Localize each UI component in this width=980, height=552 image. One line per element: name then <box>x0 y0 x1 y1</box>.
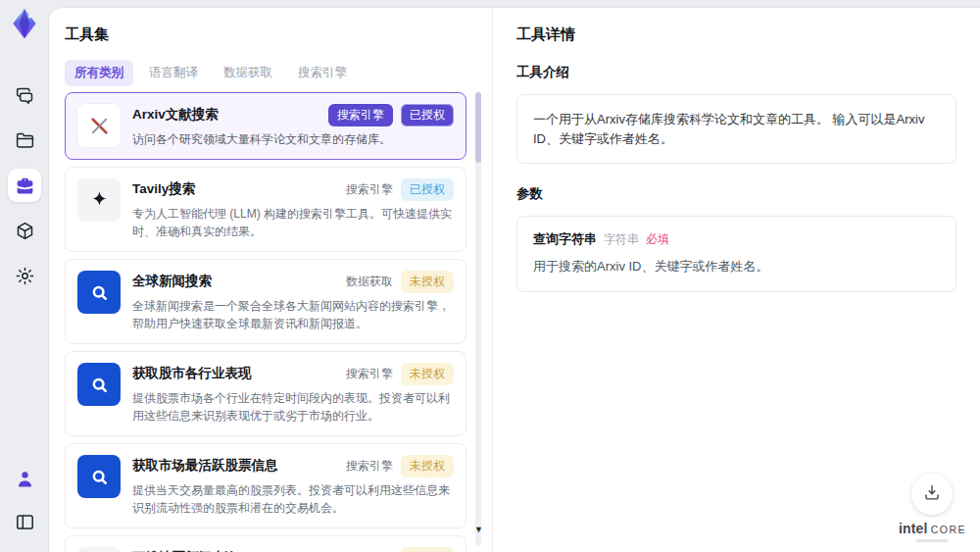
app-window: 工具集 所有类别语言翻译数据获取搜索引擎 Arxiv文献搜索 搜索引擎 已授权 … <box>0 0 980 552</box>
brand-underline <box>915 539 949 542</box>
sidebar-item-chat[interactable] <box>8 78 41 112</box>
tool-card[interactable]: 万维地区新闻查询 搜索引擎 未授权 查询具体行政区划内的新闻，快速了解各地新闻动 <box>65 535 466 552</box>
tool-category-badge: 数据获取 <box>346 271 393 293</box>
parameter-required-badge: 必填 <box>646 231 669 248</box>
category-tabs: 所有类别语言翻译数据获取搜索引擎 <box>65 60 476 86</box>
tool-auth-badge: 未授权 <box>401 271 454 293</box>
tool-description: 提供当天交易量最高的股票列表。投资者可以利用这些信息来识别流动性强的股票和潜在的… <box>132 481 454 517</box>
arxiv-logo <box>77 104 121 147</box>
tool-list: Arxiv文献搜索 搜索引擎 已授权 访问各个研究领域大量科学论文和文章的存储库… <box>65 92 466 552</box>
tool-auth-badge: 未授权 <box>401 455 454 477</box>
scroll-down-arrow-icon[interactable]: ▼ <box>474 526 483 534</box>
tool-auth-badge: 未授权 <box>401 547 454 552</box>
intro-heading: 工具介绍 <box>516 64 956 81</box>
tool-category-badge: 搜索引擎 <box>346 547 393 552</box>
cube-icon <box>15 221 35 241</box>
parameter-name: 查询字符串 <box>533 230 597 248</box>
tool-description: 全球新闻搜索是一个聚合全球各大新闻网站内容的搜索引擎，帮助用户快速获取全球最新资… <box>132 297 454 332</box>
tool-intro-text: 一个用于从Arxiv存储库搜索科学论文和文章的工具。 输入可以是Arxiv ID… <box>516 94 956 164</box>
tool-auth-badge: 已授权 <box>401 104 454 126</box>
tool-description: 访问各个研究领域大量科学论文和文章的存储库。 <box>132 130 454 148</box>
newspaper-icon <box>77 547 121 552</box>
detail-title: 工具详情 <box>516 25 956 44</box>
blue-search-app-icon <box>77 455 121 498</box>
intel-core-logo: intel CORE <box>899 522 966 542</box>
user-icon <box>15 469 35 489</box>
tool-badges: 搜索引擎 未授权 <box>346 547 454 552</box>
corner-stack: intel CORE <box>899 474 966 542</box>
app-logo-icon <box>7 6 42 41</box>
chat-icon <box>15 85 35 106</box>
tool-name: Arxiv文献搜索 <box>132 104 320 124</box>
tool-badges: 搜索引擎 已授权 <box>346 178 454 201</box>
sparkle-star-icon <box>77 178 121 222</box>
sidebar-item-account[interactable] <box>8 462 41 495</box>
sidebar-item-tools[interactable] <box>8 169 41 202</box>
brand-core-text: CORE <box>931 525 966 536</box>
download-button[interactable] <box>911 474 953 515</box>
brand-intel-text: intel <box>899 522 928 536</box>
tool-category-badge: 搜索引擎 <box>346 363 393 385</box>
tool-badges: 搜索引擎 未授权 <box>346 363 454 385</box>
scrollbar-thumb[interactable] <box>475 92 481 163</box>
tool-card[interactable]: 获取股市各行业表现 搜索引擎 未授权 提供股票市场各个行业在特定时间段内的表现。… <box>65 351 466 436</box>
tool-category-badge: 搜索引擎 <box>328 104 393 126</box>
tool-name: 获取市场最活跃股票信息 <box>132 455 338 475</box>
tool-description: 专为人工智能代理 (LLM) 构建的搜索引擎工具。可快速提供实时、准确和真实的结… <box>132 205 454 240</box>
sidebar-item-settings[interactable] <box>8 259 41 292</box>
tool-category-badge: 搜索引擎 <box>346 178 393 201</box>
list-scrollbar[interactable] <box>475 92 481 546</box>
left-rail <box>0 0 49 552</box>
tool-card[interactable]: 获取市场最活跃股票信息 搜索引擎 未授权 提供当天交易量最高的股票列表。投资者可… <box>65 443 466 528</box>
tool-card[interactable]: 全球新闻搜索 数据获取 未授权 全球新闻搜索是一个聚合全球各大新闻网站内容的搜索… <box>65 259 466 344</box>
panel-icon <box>15 512 35 532</box>
briefcase-icon <box>15 176 35 196</box>
sidebar-item-files[interactable] <box>8 124 41 157</box>
params-heading: 参数 <box>516 185 956 203</box>
tab-0[interactable]: 所有类别 <box>65 60 133 86</box>
page-title: 工具集 <box>65 25 476 44</box>
tools-panel: 工具集 所有类别语言翻译数据获取搜索引擎 Arxiv文献搜索 搜索引擎 已授权 … <box>49 8 492 552</box>
tool-name: 全球新闻搜索 <box>132 271 338 290</box>
folder-icon <box>15 130 35 151</box>
gear-icon <box>15 266 35 286</box>
blue-search-app-icon <box>77 363 121 406</box>
tool-auth-badge: 未授权 <box>401 363 454 385</box>
sidebar-item-toggle-panel[interactable] <box>8 505 41 538</box>
tool-name: Tavily搜索 <box>132 178 338 198</box>
tool-badges: 数据获取 未授权 <box>346 271 454 293</box>
download-icon <box>922 482 942 506</box>
blue-search-app-icon <box>77 271 121 314</box>
tool-auth-badge: 已授权 <box>401 178 454 201</box>
tool-name: 万维地区新闻查询 <box>132 547 338 552</box>
tab-1[interactable]: 语言翻译 <box>139 60 208 86</box>
tab-3[interactable]: 搜索引擎 <box>288 60 357 86</box>
tool-card[interactable]: Tavily搜索 搜索引擎 已授权 专为人工智能代理 (LLM) 构建的搜索引擎… <box>65 167 466 252</box>
tool-category-badge: 搜索引擎 <box>346 455 393 477</box>
tool-badges: 搜索引擎 未授权 <box>346 455 454 477</box>
rail-bottom <box>0 462 49 538</box>
sidebar-item-packages[interactable] <box>8 214 41 247</box>
tool-description: 提供股票市场各个行业在特定时间段内的表现。投资者可以利用这些信息来识别表现优于或… <box>132 389 454 425</box>
tool-name: 获取股市各行业表现 <box>132 363 338 382</box>
tab-2[interactable]: 数据获取 <box>214 60 282 86</box>
tool-detail-panel: 工具详情 工具介绍 一个用于从Arxiv存储库搜索科学论文和文章的工具。 输入可… <box>492 8 980 552</box>
parameter-type: 字符串 <box>604 231 639 248</box>
rail-nav <box>0 78 49 292</box>
parameter-description: 用于搜索的Arxiv ID、关键字或作者姓名。 <box>533 258 940 276</box>
tool-card[interactable]: Arxiv文献搜索 搜索引擎 已授权 访问各个研究领域大量科学论文和文章的存储库… <box>65 92 466 160</box>
tool-badges: 搜索引擎 已授权 <box>328 104 454 126</box>
main-panel: 工具集 所有类别语言翻译数据获取搜索引擎 Arxiv文献搜索 搜索引擎 已授权 … <box>49 8 980 552</box>
parameter-card: 查询字符串 字符串 必填 用于搜索的Arxiv ID、关键字或作者姓名。 <box>516 216 956 292</box>
